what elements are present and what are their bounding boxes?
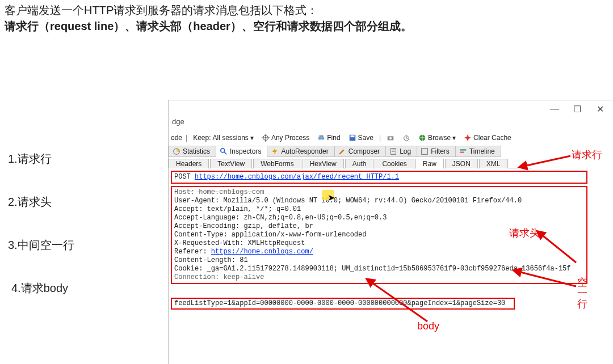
subtab-auth[interactable]: Auth [345, 159, 374, 168]
hdr-user-agent: User-Agent: Mozilla/5.0 (Windows NT 10.0… [174, 197, 584, 205]
subtab-cookies[interactable]: Cookies [375, 159, 414, 168]
timeline-icon [459, 147, 467, 155]
browser-icon [418, 134, 426, 142]
left-label-3: 3.中间空一行 [8, 239, 74, 251]
chevron-down-icon: ▾ [452, 134, 456, 142]
toolbar-sep: | [186, 134, 187, 142]
hdr-referer: Referer: https://home.cnblogs.com/ [174, 248, 584, 256]
camera-icon [387, 134, 394, 142]
keep-sessions-dropdown[interactable]: Keep: All sessions ▾ [191, 133, 256, 143]
hdr-cookie: Cookie: _ga=GA1.2.1151792278.1489903118;… [174, 265, 584, 273]
clear-cache-label: Clear Cache [473, 134, 511, 142]
tab-log-label: Log [400, 147, 411, 155]
tab-composer-label: Composer [349, 147, 380, 155]
binoculars-icon [317, 134, 325, 142]
subtab-textview[interactable]: TextView [210, 159, 252, 168]
close-button[interactable]: ✕ [595, 104, 605, 115]
annot-request-head: 请求头 [509, 226, 540, 240]
tab-log[interactable]: Log [385, 146, 417, 157]
log-icon [389, 147, 397, 155]
left-label-4: 4.请求body [8, 282, 74, 294]
subtab-raw[interactable]: Raw [415, 159, 444, 168]
subtab-webforms[interactable]: WebForms [253, 159, 301, 168]
target-icon [262, 134, 270, 142]
tab-autoresponder[interactable]: AutoResponder [267, 146, 334, 157]
intro-block: 客户端发送一个HTTP请求到服务器的请求消息包括以下格式： 请求行（reques… [0, 0, 613, 34]
tab-filters-label: Filters [431, 147, 450, 155]
camera-button[interactable] [384, 133, 397, 143]
svg-rect-20 [422, 149, 428, 155]
hdr-content-length: Content-Length: 81 [174, 256, 584, 265]
subtab-json[interactable]: JSON [445, 159, 478, 168]
request-line-box: POST https://home.cnblogs.com/ajax/feed/… [171, 171, 587, 184]
browse-label: Browse [428, 134, 451, 142]
window-controls: — ☐ ✕ [549, 104, 605, 115]
request-url[interactable]: https://home.cnblogs.com/ajax/feed/recen… [195, 173, 399, 181]
annot-blank-text: 空一行 [577, 277, 590, 310]
save-label: Save [358, 134, 373, 142]
hdr-referer-label: Referer: [174, 248, 211, 256]
annot-blank-line: 空一行 [577, 277, 590, 310]
hdr-accept: Accept: text/plain, */*; q=0.01 [174, 205, 584, 214]
svg-point-15 [221, 149, 225, 153]
maximize-button[interactable]: ☐ [572, 104, 582, 115]
intro-line1: 客户端发送一个HTTP请求到服务器的请求消息包括以下格式： [5, 2, 608, 18]
browse-button[interactable]: Browse ▾ [416, 133, 458, 143]
tab-filters[interactable]: Filters [417, 146, 456, 157]
find-button[interactable]: Find [315, 133, 342, 143]
inspector-subtabs: Headers TextView WebForms HexView Auth C… [169, 158, 532, 168]
any-process-label: Any Process [271, 134, 309, 142]
keep-value: All sessions [213, 134, 249, 142]
tab-statistics-label: Statistics [183, 147, 210, 155]
tab-autoresponder-label: AutoResponder [281, 147, 328, 155]
save-button[interactable]: Save [346, 133, 376, 143]
window-title-fragment: dge [172, 117, 184, 126]
hdr-host: Host: home.cnblogs.com [174, 188, 584, 197]
raw-pane[interactable]: POST https://home.cnblogs.com/ajax/feed/… [171, 171, 587, 310]
clock-icon [402, 134, 410, 142]
tab-inspectors[interactable]: Inspectors [216, 146, 267, 157]
tab-statistics[interactable]: Statistics [169, 146, 216, 157]
toolbar-ode-text: ode [171, 134, 182, 142]
toolbar-sep2: | [379, 134, 381, 142]
timer-button[interactable] [400, 133, 413, 143]
subtab-hexview[interactable]: HexView [303, 159, 344, 168]
annot-body: body [417, 320, 439, 332]
any-process-button[interactable]: Any Process [259, 133, 312, 143]
left-labels: 1.请求行 2.请求头 3.中间空一行 4.请求body [8, 153, 74, 325]
hdr-accept-language: Accept-Language: zh-CN,zh;q=0.8,en-US;q=… [174, 214, 584, 222]
tab-timeline[interactable]: Timeline [455, 146, 501, 157]
keep-label: Keep: [193, 134, 211, 142]
annot-request-line: 请求行 [572, 148, 602, 162]
svg-point-4 [321, 137, 324, 139]
clear-cache-button[interactable]: Clear Cache [461, 133, 514, 143]
save-icon [349, 134, 356, 142]
tab-composer[interactable]: Composer [334, 146, 386, 157]
find-label: Find [327, 134, 340, 142]
svg-line-16 [224, 152, 226, 154]
tab-timeline-label: Timeline [469, 147, 495, 155]
subtab-xml[interactable]: XML [479, 159, 508, 168]
hdr-connection: Connection: keep-alive [174, 273, 584, 282]
left-label-1: 1.请求行 [8, 153, 74, 164]
request-method: POST [174, 173, 191, 181]
hdr-referer-url[interactable]: https://home.cnblogs.com/ [211, 248, 313, 256]
chevron-down-icon: ▾ [250, 134, 254, 142]
toolbar: ode | Keep: All sessions ▾ Any Process F… [169, 131, 514, 145]
tab-inspectors-label: Inspectors [230, 147, 261, 155]
hdr-x-requested-with: X-Requested-With: XMLHttpRequest [174, 239, 584, 248]
stats-icon [173, 147, 180, 155]
clear-cache-icon [464, 134, 472, 142]
subtab-headers[interactable]: Headers [169, 159, 209, 168]
svg-rect-5 [320, 136, 324, 137]
app-window: — ☐ ✕ dge ode | Keep: All sessions ▾ Any… [168, 100, 613, 364]
minimize-button[interactable]: — [549, 104, 560, 115]
svg-rect-7 [350, 136, 354, 138]
intro-line2: 请求行（request line）、请求头部（header）、空行和请求数据四个… [5, 18, 608, 34]
pencil-icon [338, 147, 346, 155]
filter-icon [421, 147, 429, 155]
bolt-icon [271, 147, 279, 155]
request-body-box: feedListType=1&appId=00000000-0000-0000-… [171, 298, 515, 310]
left-label-2: 2.请求头 [8, 196, 74, 208]
svg-point-3 [318, 137, 321, 139]
